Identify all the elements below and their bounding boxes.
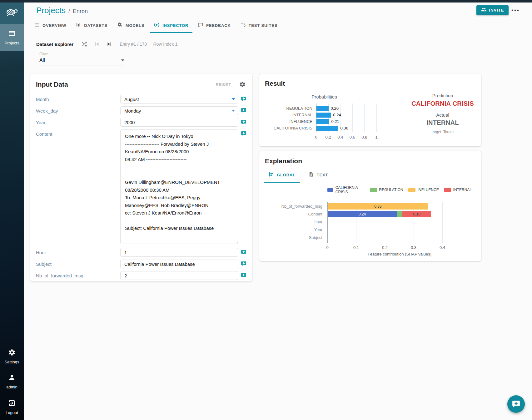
- comment-plus-icon: [241, 250, 246, 255]
- feedback-plus-button[interactable]: [241, 250, 246, 255]
- shuffle-button[interactable]: [80, 40, 88, 48]
- sidebar-item-label: Logout: [6, 410, 18, 415]
- tab-global[interactable]: GLOBAL: [264, 169, 300, 183]
- datasets-icon: [76, 22, 81, 29]
- dataset-explorer-title: Dataset Explorer: [36, 42, 73, 47]
- tab-overview[interactable]: OVERVIEW: [30, 19, 70, 33]
- x-tick-label: 0: [326, 245, 328, 250]
- gridline: [442, 202, 443, 243]
- field-label: Hour: [36, 248, 120, 255]
- legend-item: INTERNAL: [444, 185, 472, 194]
- shap-segment: 0.24: [328, 211, 397, 217]
- gridline: [376, 104, 377, 132]
- gridline: [364, 104, 365, 132]
- x-tick-label: 0.4: [440, 245, 445, 250]
- gear-icon: [239, 81, 246, 88]
- chevron-down-icon: [232, 98, 235, 100]
- document-icon: [309, 172, 314, 178]
- feedback-icon: [198, 22, 203, 29]
- breadcrumb: Projects / Enron: [36, 6, 88, 15]
- feedback-plus-button[interactable]: [241, 131, 246, 137]
- probabilities-chart: 0.200.240.210.36: [316, 104, 377, 132]
- inspector-icon: [154, 22, 160, 29]
- filter-select[interactable]: Filter All: [39, 52, 124, 65]
- legend-item: CALIFORNIA CRISIS: [327, 185, 365, 194]
- tab-text[interactable]: TEXT: [304, 169, 332, 183]
- year-input[interactable]: [120, 118, 238, 127]
- category-label: Hour: [262, 219, 322, 225]
- feedback-plus-button[interactable]: [241, 273, 246, 278]
- shap-legend: CALIFORNIA CRISISREGULATIONINFLUENCEINTE…: [327, 185, 472, 194]
- input-settings-button[interactable]: [238, 80, 246, 89]
- week-day-select[interactable]: Monday: [120, 106, 238, 115]
- explanation-tabs: GLOBAL TEXT: [264, 169, 332, 183]
- shap-bar-row: 0.35: [328, 203, 428, 210]
- category-label: Subject: [262, 235, 322, 241]
- tab-inspector[interactable]: INSPECTOR: [150, 19, 192, 33]
- sidebar-item-projects[interactable]: Projects: [0, 24, 24, 51]
- chevron-down-icon: [121, 59, 124, 61]
- tab-label: MODELS: [126, 23, 144, 28]
- nb-of-forwarded-msg-input[interactable]: [120, 271, 238, 280]
- feedback-plus-button[interactable]: [241, 96, 246, 102]
- week-day-select-value: Monday: [124, 108, 141, 114]
- next-entry-button[interactable]: [105, 40, 113, 48]
- x-tick-label: 0.2: [382, 245, 388, 250]
- feedback-plus-button[interactable]: [241, 108, 246, 114]
- shuffle-icon: [81, 41, 88, 48]
- previous-entry-button[interactable]: [93, 40, 101, 48]
- tab-test-suites[interactable]: TEST SUITES: [236, 19, 282, 33]
- month-select[interactable]: August: [120, 95, 238, 104]
- project-tabs: OVERVIEW DATASETS MODELS INSPECTOR: [30, 19, 281, 33]
- shap-x-axis: 00.10.20.30.4: [327, 245, 472, 250]
- comment-plus-icon: [241, 108, 246, 114]
- sidebar-item-logout[interactable]: Logout: [0, 395, 24, 420]
- tab-datasets[interactable]: DATASETS: [72, 19, 112, 33]
- feedback-fab[interactable]: [507, 395, 525, 413]
- sidebar-item-admin[interactable]: admin: [0, 369, 24, 394]
- bar-value-label: 0.21: [331, 119, 339, 124]
- field-label: Nb_of_forwarded_msg: [36, 271, 120, 278]
- dataset-explorer-bar: Dataset Explorer Entry #1 / 170 Row Inde…: [36, 40, 177, 48]
- legend-swatch: [408, 188, 415, 192]
- sidebar-item-settings[interactable]: Settings: [0, 344, 24, 369]
- field-label: Month: [36, 95, 120, 102]
- feedback-plus-button[interactable]: [241, 119, 246, 125]
- shap-segment: 0.35: [328, 203, 428, 210]
- legend-label: INTERNAL: [453, 188, 472, 192]
- breadcrumb-projects[interactable]: Projects: [36, 6, 66, 15]
- category-label: INFLUENCE: [263, 119, 312, 124]
- entry-counter: Entry #1 / 170: [120, 42, 147, 47]
- hour-input[interactable]: [120, 248, 238, 257]
- shap-segment: [397, 211, 402, 217]
- bar-chart-icon: [269, 172, 274, 178]
- breadcrumb-separator: /: [68, 8, 70, 15]
- category-label: Nb_of_forwarded_msg: [262, 203, 322, 210]
- chat-plus-icon: [512, 400, 520, 408]
- tab-label: TEST SUITES: [249, 23, 278, 28]
- invite-button-label: INVITE: [489, 8, 504, 13]
- top-bar: [0, 0, 532, 3]
- more-menu-button[interactable]: [511, 8, 520, 13]
- feedback-plus-button[interactable]: [241, 261, 246, 267]
- app-logo[interactable]: [0, 3, 24, 24]
- subject-input[interactable]: [120, 260, 238, 268]
- x-tick-label: 0: [315, 135, 317, 139]
- category-label: Year: [262, 227, 322, 233]
- content-textarea[interactable]: One more -- Nick O'Day in Tokyo --------…: [120, 129, 238, 244]
- legend-label: REGULATION: [379, 188, 403, 192]
- probability-bar: [316, 119, 329, 124]
- reset-button[interactable]: RESET: [216, 82, 231, 87]
- breadcrumb-current: Enron: [73, 8, 88, 15]
- invite-button[interactable]: INVITE: [476, 5, 509, 15]
- legend-swatch: [370, 188, 377, 192]
- probabilities-x-axis: 00.20.40.60.81: [316, 135, 377, 139]
- field-label: Year: [36, 118, 120, 125]
- tab-models[interactable]: MODELS: [113, 19, 148, 33]
- tab-feedback[interactable]: FEEDBACK: [194, 19, 235, 33]
- tab-label: FEEDBACK: [206, 23, 231, 28]
- category-label: CALIFORNIA CRISIS: [263, 126, 312, 131]
- result-card: Result Probabilities REGULATIONINTERNALI…: [259, 73, 481, 146]
- probabilities-chart-title: Probabilities: [297, 94, 352, 99]
- explanation-card: Explanation GLOBAL TEXT CALIFORNIA CRISI…: [259, 151, 481, 261]
